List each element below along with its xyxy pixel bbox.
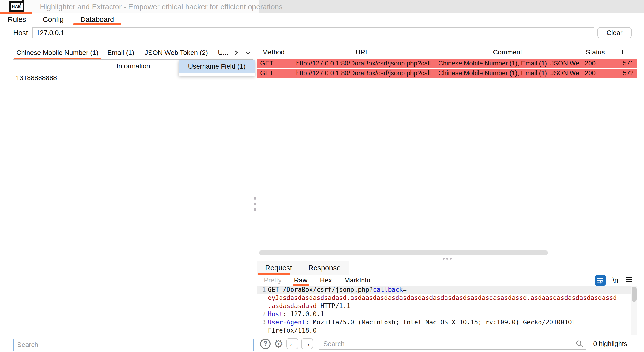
line-number: 3	[257, 318, 266, 326]
editor-scrollbar-track[interactable]	[631, 286, 637, 335]
clear-button[interactable]: Clear	[598, 27, 632, 38]
column-header-url[interactable]: URL	[290, 46, 435, 58]
token: .asdasdasdasd	[268, 302, 317, 310]
tab-rules[interactable]: Rules	[6, 14, 28, 25]
cell: Chinese Mobile Number (1), Email (1), JS…	[435, 59, 580, 68]
editor-line: Firefox/118.0	[257, 326, 637, 334]
datatype-tab-bar: Chinese Mobile Number (1)Email (1)JSON W…	[13, 46, 253, 60]
token: GET /DoraBox/csrf/jsonp.php?	[268, 286, 373, 293]
token: : 127.0.0.1	[283, 310, 324, 318]
editor-subtab-icons: \n	[595, 275, 633, 286]
cell: 571	[610, 59, 637, 68]
token: Host	[268, 310, 283, 318]
hae-logo: HAE	[9, 2, 24, 12]
information-search-input[interactable]	[13, 338, 254, 351]
chevron-down-icon[interactable]	[244, 50, 252, 56]
token: callback	[373, 286, 403, 293]
editor-line: eyJasdasdasdasdsadasd.asdaasdasdasdasdas…	[257, 294, 637, 302]
requests-table-header: MethodURLCommentStatusL	[257, 46, 637, 59]
editor-line: .asdasdasdasd HTTP/1.1	[257, 302, 637, 310]
help-icon[interactable]: ?	[260, 338, 271, 349]
tab-config[interactable]: Config	[42, 14, 65, 25]
cell: GET	[257, 59, 290, 68]
datatype-tab-3[interactable]: U...	[213, 46, 234, 60]
editor-search-input[interactable]	[323, 340, 576, 348]
subtab-pretty[interactable]: Pretty	[264, 275, 282, 286]
cell: http://127.0.0.1:80/DoraBox/csrf/jsonp.p…	[290, 59, 435, 68]
cell: 200	[580, 59, 610, 68]
subtab-hex[interactable]: Hex	[320, 275, 332, 286]
line-text: User-Agent: Mozilla/5.0 (Macintosh; Inte…	[266, 318, 576, 326]
search-icon	[576, 340, 584, 348]
tab-databoard[interactable]: Databoard	[79, 14, 115, 25]
dropdown-item[interactable]: Username Field (1)	[179, 60, 255, 73]
next-match-button[interactable]: →	[301, 338, 313, 349]
token: =	[403, 286, 407, 293]
column-header-l[interactable]: L	[610, 46, 637, 58]
host-label: Host:	[13, 29, 30, 37]
column-header-status[interactable]: Status	[580, 46, 610, 58]
line-text: .asdasdasdasd HTTP/1.1	[266, 302, 350, 310]
window-tab-bar: HAE Highlighter and Extractor - Empower …	[0, 0, 644, 13]
line-number	[257, 294, 266, 302]
token: Firefox/118.0	[268, 327, 317, 334]
logo-pencil-icon	[22, 0, 24, 3]
host-input[interactable]	[32, 27, 594, 38]
table-row[interactable]: GEThttp://127.0.0.1:80/DoraBox/csrf/json…	[257, 59, 637, 68]
column-header-comment[interactable]: Comment	[435, 46, 580, 58]
subtab-raw[interactable]: Raw	[294, 275, 307, 286]
highlights-count: 0 highlights	[593, 340, 627, 348]
gear-icon[interactable]: ⚙	[274, 338, 284, 349]
editor-subtab-bar: PrettyRawHexMarkInfo \n	[257, 275, 637, 286]
window-title: Highlighter and Extractor - Empower ethi…	[40, 3, 283, 11]
table-row[interactable]: GEThttp://127.0.0.1:80/DoraBox/csrf/json…	[257, 68, 637, 78]
datatype-tab-0[interactable]: Chinese Mobile Number (1)	[13, 46, 102, 60]
token: eyJasdasdasdasdsadasd.asdaasdasdasdasdas…	[268, 294, 617, 302]
editor-line: 2Host: 127.0.0.1	[257, 310, 637, 318]
datatype-tab-1[interactable]: Email (1)	[102, 46, 140, 60]
main-tab-bar: RulesConfigDataboard	[0, 14, 644, 25]
tab-overflow-controls	[234, 49, 253, 56]
horizontal-scrollbar[interactable]	[259, 250, 548, 255]
previous-match-button[interactable]: ←	[286, 338, 298, 349]
cell: Chinese Mobile Number (1), Email (1), JS…	[435, 68, 580, 78]
datatype-overflow-dropdown: Username Field (1)	[178, 60, 255, 76]
editor-line: 3User-Agent: Mozilla/5.0 (Macintosh; Int…	[257, 318, 637, 326]
column-header-method[interactable]: Method	[257, 46, 290, 58]
tab-response[interactable]: Response	[300, 261, 349, 275]
word-wrap-icon[interactable]	[595, 275, 606, 286]
line-text: Firefox/118.0	[266, 326, 317, 334]
newline-icon[interactable]: \n	[612, 276, 618, 284]
vertical-splitter-handle[interactable]	[254, 197, 256, 211]
tab-request[interactable]: Request	[257, 261, 300, 275]
editor-search-box	[319, 338, 586, 350]
requests-table: MethodURLCommentStatusL GEThttp://127.0.…	[257, 46, 637, 257]
information-table: Information 13188888888	[13, 60, 254, 337]
hae-window-tab[interactable]: HAE Highlighter and Extractor - Empower …	[0, 0, 259, 13]
editor-search-toolbar: ? ⚙ ← → 0 highlights	[257, 335, 637, 352]
horizontal-splitter-handle[interactable]	[257, 257, 637, 260]
message-editor: PrettyRawHexMarkInfo \n 1GET /DoraBox/cs…	[257, 275, 637, 352]
line-text: GET /DoraBox/csrf/jsonp.php?callback=	[266, 286, 407, 294]
editor-line: 1GET /DoraBox/csrf/jsonp.php?callback=	[257, 286, 637, 294]
cell: GET	[257, 68, 290, 78]
token: : Mozilla/5.0 (Macintosh; Intel Mac OS X…	[306, 319, 576, 326]
datatype-tab-2[interactable]: JSON Web Token (2)	[140, 46, 212, 60]
cell: http://127.0.0.1:80/DoraBox/csrf/jsonp.p…	[290, 68, 435, 78]
line-number: 1	[257, 286, 266, 294]
line-text: Host: 127.0.0.1	[266, 310, 324, 318]
line-number	[257, 326, 266, 334]
host-bar: Host: Clear	[0, 25, 644, 40]
raw-request-view[interactable]: 1GET /DoraBox/csrf/jsonp.php?callback=ey…	[257, 286, 637, 335]
message-editor-tab-bar: RequestResponse	[257, 261, 349, 275]
line-number: 2	[257, 310, 266, 318]
chevron-right-icon[interactable]	[234, 49, 239, 56]
subtab-markinfo[interactable]: MarkInfo	[344, 275, 370, 286]
cell: 200	[580, 68, 610, 78]
cell: 572	[610, 68, 637, 78]
line-number	[257, 302, 266, 310]
line-text: eyJasdasdasdasdsadasd.asdaasdasdasdasdas…	[266, 294, 617, 302]
editor-scrollbar-thumb[interactable]	[632, 286, 636, 302]
logo-pencil-icon	[20, 3, 21, 4]
hamburger-menu-icon[interactable]	[625, 276, 633, 284]
